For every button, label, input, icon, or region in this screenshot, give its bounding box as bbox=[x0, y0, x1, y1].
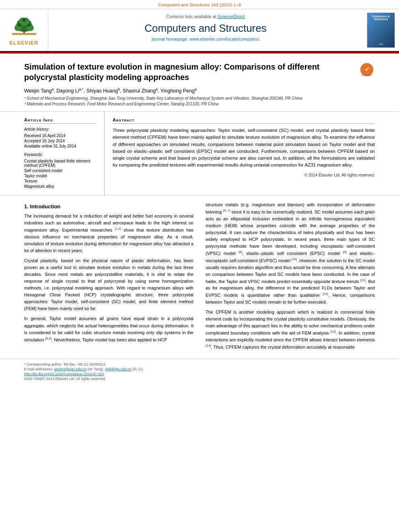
article-title: Simulation of texture evolution in magne… bbox=[24, 62, 375, 82]
journal-cover-image: Computers & Structures 143 bbox=[367, 12, 395, 48]
doi-link[interactable]: http://dx.doi.org/10.1016/j.compstruc.20… bbox=[24, 372, 104, 376]
section1: 1. Introduction The increasing demand fo… bbox=[24, 201, 375, 351]
journal-header-center: Contents lists available at ScienceDirec… bbox=[48, 9, 363, 51]
keywords-label: Keywords: bbox=[24, 152, 96, 157]
svg-point-9 bbox=[22, 18, 26, 22]
footer-corresponding: * Corresponding author. Tel./fax: +86 21… bbox=[24, 362, 375, 366]
journal-cover: Computers & Structures 143 bbox=[363, 9, 399, 51]
svg-rect-0 bbox=[12, 33, 36, 35]
section1-para2: Crystal plasticity, based on the physica… bbox=[24, 257, 193, 312]
affiliation-a: ᵃ School of Mechanical Engineering, Shan… bbox=[24, 96, 375, 101]
keyword-3: Taylor model bbox=[24, 174, 96, 178]
elsevier-logo: ELSEVIER bbox=[6, 15, 42, 46]
keyword-1: Crystal plasticity based finite element … bbox=[24, 159, 96, 168]
section1-para4: structure metals (e.g. magnesium and tit… bbox=[206, 201, 375, 306]
svg-text:CrossMark: CrossMark bbox=[362, 74, 372, 76]
elsevier-logo-image bbox=[6, 15, 42, 39]
abstract-text: Three polycrystal plasticity modeling ap… bbox=[113, 127, 375, 169]
footer: * Corresponding author. Tel./fax: +86 21… bbox=[0, 359, 399, 385]
available-date: Available online 31 July 2014 bbox=[24, 144, 96, 148]
crossmark-icon: ✓ CrossMark bbox=[360, 62, 374, 77]
history-label: Article history: bbox=[24, 127, 96, 131]
email-dy[interactable]: dyli@sjtu.edu.cn bbox=[105, 367, 132, 371]
keyword-2: Self consistent model bbox=[24, 168, 96, 173]
section1-para1: The increasing demand for a reduction of… bbox=[24, 213, 193, 254]
elsevier-wordmark: ELSEVIER bbox=[9, 40, 38, 46]
journal-volume-link: Computers and Structures 143 (2014) 1–8 bbox=[158, 2, 241, 7]
received-date: Received 16 April 2014 bbox=[24, 134, 96, 138]
abstract-section: Abstract Three polycrystal plasticity mo… bbox=[105, 112, 375, 195]
footer-doi-line: http://dx.doi.org/10.1016/j.compstruc.20… bbox=[24, 372, 375, 376]
footer-email: E-mail addresses: weiqint@sjtu.edu.cn (W… bbox=[24, 367, 375, 371]
page: Computers and Structures 143 (2014) 1–8 bbox=[0, 0, 399, 532]
elsevier-logo-section: ELSEVIER bbox=[0, 9, 48, 51]
author-weiqin: Weiqin Tanga bbox=[24, 88, 53, 94]
sciencedirect-link[interactable]: ScienceDirect bbox=[218, 14, 245, 19]
author-dayong: Dayong Lia,* bbox=[56, 88, 83, 94]
keyword-4: Texture bbox=[24, 179, 96, 183]
sciencedirect-text: Contents lists available at ScienceDirec… bbox=[56, 14, 355, 19]
cover-top-text: Computers & Structures bbox=[369, 15, 393, 21]
two-col-section: Article Info Article history: Received 1… bbox=[0, 112, 399, 195]
author-shaorui: Shaorui Zhanga bbox=[123, 88, 158, 94]
journal-header: ELSEVIER Contents lists available at Sci… bbox=[0, 9, 399, 52]
author-yinghong: Yinghong Penga bbox=[160, 88, 197, 94]
svg-text:✓: ✓ bbox=[364, 66, 370, 73]
article-title-section: Simulation of texture evolution in magne… bbox=[0, 53, 399, 112]
keyword-5: Magnesium alloy bbox=[24, 184, 96, 189]
author-shiyao: Shiyao Huangb bbox=[86, 88, 120, 94]
journal-homepage: journal homepage: www.elsevier.com/locat… bbox=[56, 37, 355, 41]
footer-issn: 0045-7949/© 2014 Elsevier Ltd. All right… bbox=[24, 377, 375, 381]
svg-point-8 bbox=[27, 24, 30, 27]
authors-line: Weiqin Tanga, Dayong Lia,*, Shiyao Huang… bbox=[24, 87, 375, 94]
affiliation-b: ᵇ Materials and Process Research, Ford M… bbox=[24, 102, 375, 106]
article-info: Article Info Article history: Received 1… bbox=[24, 112, 105, 195]
elsevier-tree-icon bbox=[12, 18, 36, 36]
crossmark: ✓ CrossMark bbox=[359, 62, 375, 78]
email-wq[interactable]: weiqint@sjtu.edu.cn bbox=[54, 367, 87, 371]
section1-para5: The CPFEM is another modeling approach w… bbox=[206, 309, 375, 351]
section1-title: 1. Introduction bbox=[24, 203, 193, 210]
abstract-title: Abstract bbox=[113, 117, 375, 124]
accepted-date: Accepted 16 July 2014 bbox=[24, 139, 96, 143]
copyright-text: © 2014 Elsevier Ltd. All rights reserved… bbox=[113, 173, 375, 177]
main-content: 1. Introduction The increasing demand fo… bbox=[0, 195, 399, 359]
article-info-title: Article Info bbox=[24, 117, 96, 124]
svg-point-7 bbox=[18, 24, 21, 27]
section1-para3: In general, Taylor model assumes all gra… bbox=[24, 315, 193, 343]
top-bar: Computers and Structures 143 (2014) 1–8 bbox=[0, 0, 399, 9]
cover-bottom-text: 143 bbox=[379, 43, 383, 45]
journal-title: Computers and Structures bbox=[56, 22, 355, 35]
